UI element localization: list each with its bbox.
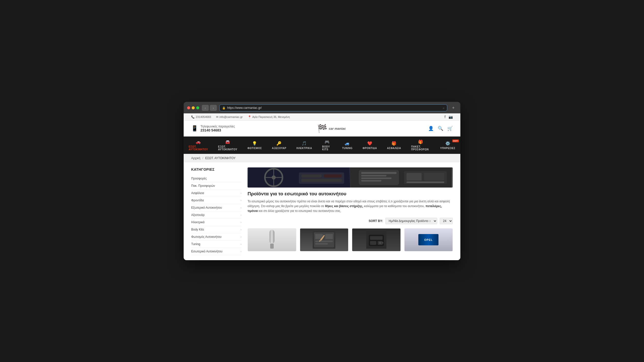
sidebar-item-asfalia[interactable]: Ασφάλεια › bbox=[191, 190, 242, 197]
sidebar-item-fotismos[interactable]: Φωτισμός Αυτοκινήτου › bbox=[191, 233, 242, 241]
breadcrumb-home[interactable]: Αρχική bbox=[191, 156, 200, 160]
nav-item-hlektrika[interactable]: 🎵 ΗΛΕΚΤΡΙΚΑ bbox=[291, 138, 317, 153]
minimize-button[interactable] bbox=[192, 106, 195, 109]
forward-button[interactable]: › bbox=[210, 105, 217, 111]
sidebar-item-bodykits[interactable]: Body Kits › bbox=[191, 226, 242, 233]
new-tab-button[interactable]: + bbox=[450, 104, 457, 111]
header-phone-number: 23140 54683 bbox=[200, 128, 235, 132]
product-image-2 bbox=[300, 229, 348, 251]
opel-box: OPEL bbox=[418, 234, 438, 245]
sidebar-arrow-hlektrika: › bbox=[240, 221, 242, 224]
nav-item-fotismos[interactable]: 💡 ΦΩΤΙΣΜΟΣ bbox=[242, 138, 267, 153]
nav-item-bodykits[interactable]: 🎮 BODY KITS bbox=[317, 137, 337, 154]
nav-icon-hlektrika: 🎵 bbox=[302, 141, 307, 146]
hero-left-image bbox=[248, 167, 350, 188]
sidebar-item-frontida[interactable]: Φροντίδα › bbox=[191, 197, 242, 204]
sidebar-item-esotauto[interactable]: Εσωτερικό Αυτοκινήτου › bbox=[191, 248, 242, 255]
sidebar-item-axesouar[interactable]: Αξεσουάρ › bbox=[191, 211, 242, 219]
topbar-phone: 2314054683 bbox=[196, 115, 211, 118]
svg-rect-17 bbox=[424, 173, 444, 180]
nav-item-asfalia[interactable]: 🎁 ΑΣΦΑΛΕΙΑ bbox=[382, 138, 406, 153]
panel-svg bbox=[313, 231, 335, 249]
browser-window: ‹ › 🔒 https://www.carmaniac.gr/ ⌕ + 📞 23… bbox=[184, 102, 460, 260]
top-bar-social: f 📷 bbox=[445, 115, 453, 119]
traffic-lights bbox=[187, 106, 199, 109]
lock-icon: 🔒 bbox=[222, 106, 226, 110]
sort-bar: SORT BY: Ημ/Νία Δημιουργίας Προϊόντο ↕ 2… bbox=[248, 218, 453, 224]
nav-bar: 🚗 ΕΣΩΤ. ΑΥΤΟΚΙΝΗΤΟΥ 🚘 ΕΞΩΤ. ΑΥΤΟΚΙΝΗΤΟΥ … bbox=[184, 137, 460, 154]
svg-rect-11 bbox=[361, 172, 396, 174]
svg-rect-6 bbox=[301, 174, 321, 177]
product-card-3[interactable] bbox=[352, 228, 401, 251]
header: 📱 Τηλεφωνικές παραγγελίες 23140 54683 🏁 … bbox=[184, 121, 460, 137]
product-card-2[interactable] bbox=[300, 228, 349, 251]
sidebar-item-hlektrika[interactable]: Ηλεκτρικά › bbox=[191, 219, 242, 226]
nav-item-esot[interactable]: 🚗 ΕΣΩΤ. ΑΥΤΟΚΙΝΗΤΟΥ bbox=[184, 137, 213, 154]
sort-select[interactable]: Ημ/Νία Δημιουργίας Προϊόντο ↕ bbox=[385, 218, 437, 224]
nav-item-tuning[interactable]: 🚙 TUNING bbox=[337, 138, 357, 153]
top-bar-left: 📞 2314054683 ✉ info@carmaniac.gr 📍 Αγία … bbox=[191, 115, 290, 119]
per-page-select[interactable]: 24 48 96 bbox=[440, 218, 453, 224]
svg-rect-7 bbox=[324, 174, 342, 177]
address-bar[interactable]: 🔒 https://www.carmaniac.gr/ ⌕ bbox=[219, 104, 447, 111]
email-contact: ✉ info@carmaniac.gr bbox=[216, 115, 243, 119]
sidebar-item-pakprosfora[interactable]: Πακ. Προσφορών bbox=[191, 182, 242, 190]
phone-icon: 📞 bbox=[191, 115, 195, 119]
sidebar-arrow-tuning: › bbox=[240, 243, 242, 246]
nav-item-frontida[interactable]: ❤️ ΦΡΟΝΤΙΔΑ bbox=[357, 138, 382, 153]
nav-icon-exot: 🚘 bbox=[225, 140, 230, 144]
svg-rect-29 bbox=[370, 236, 383, 240]
breadcrumb-separator: / bbox=[202, 156, 203, 160]
sidebar-arrow-asfalia: › bbox=[240, 192, 242, 195]
nav-icon-esot: 🚗 bbox=[196, 140, 201, 144]
nav-item-paketa[interactable]: 🎁 ΠΑΚΕΤ. ΠΡΟΣΦΟΡΩΝ bbox=[406, 137, 435, 154]
sidebar-label-pakprosfora: Πακ. Προσφορών bbox=[191, 184, 215, 188]
svg-point-33 bbox=[382, 242, 383, 244]
logo[interactable]: 🏁 car maniac bbox=[317, 124, 346, 133]
sidebar-label-frontida: Φροντίδα bbox=[191, 199, 204, 202]
nav-item-ypiresies[interactable]: ⚙️ ΥΠΗΡΕΣΙΕΣ HOT bbox=[435, 138, 460, 153]
sidebar-label-fotismos: Φωτισμός Αυτοκινήτου bbox=[191, 235, 222, 239]
sidebar-label-tuning: Tuning bbox=[191, 242, 200, 246]
sidebar-item-prosfores[interactable]: Προσφορές bbox=[191, 175, 242, 182]
sidebar-arrow-axesouar: › bbox=[240, 213, 242, 216]
hot-badge: HOT bbox=[452, 140, 459, 142]
close-button[interactable] bbox=[187, 106, 190, 109]
header-phone-section: 📱 Τηλεφωνικές παραγγελίες 23140 54683 bbox=[191, 125, 235, 132]
nav-label-exot: ΕΞΩΤ. ΑΥΤΟΚΙΝΗΤΟΥ bbox=[218, 145, 237, 151]
svg-rect-26 bbox=[315, 243, 328, 245]
sidebar: ΚΑΤΗΓΟΡΙΕΣ Προσφορές Πακ. Προσφορών Ασφά… bbox=[191, 167, 242, 255]
breadcrumb: Αρχική / ΕΣΩΤ. ΑΥΤΟΚΙΝΗΤΟΥ bbox=[184, 154, 460, 162]
user-icon[interactable]: 👤 bbox=[428, 126, 434, 131]
back-button[interactable]: ‹ bbox=[202, 105, 209, 111]
instagram-icon[interactable]: 📷 bbox=[449, 115, 453, 119]
svg-rect-24 bbox=[325, 234, 333, 239]
address-contact: 📍 Αγία Παρασκευή 36, Μενεμένη bbox=[248, 115, 290, 119]
nav-label-axesoyar: ΑΞΕΣΟΥΑΡ bbox=[272, 147, 286, 150]
sidebar-arrow-fotismos: › bbox=[240, 235, 242, 238]
search-icon[interactable]: 🔍 bbox=[438, 126, 443, 131]
facebook-icon[interactable]: f bbox=[445, 115, 446, 119]
hero-right bbox=[350, 167, 453, 188]
sort-label: SORT BY: bbox=[369, 219, 383, 223]
hero-left bbox=[248, 167, 350, 188]
svg-rect-16 bbox=[407, 173, 422, 180]
nav-label-asfalia: ΑΣΦΑΛΕΙΑ bbox=[387, 147, 401, 150]
product-card-1[interactable] bbox=[248, 228, 296, 251]
website: 📞 2314054683 ✉ info@carmaniac.gr 📍 Αγία … bbox=[184, 113, 460, 260]
nav-buttons: ‹ › bbox=[202, 105, 217, 111]
nav-label-fotismos: ΦΩΤΙΣΜΟΣ bbox=[247, 147, 262, 150]
product-card-4[interactable]: OPEL bbox=[404, 228, 453, 251]
svg-rect-19 bbox=[269, 230, 274, 244]
maximize-button[interactable] bbox=[196, 106, 199, 109]
sidebar-item-exotauto[interactable]: Εξωτερικό Αυτοκινήτου › bbox=[191, 204, 242, 211]
main-content: ΚΑΤΗΓΟΡΙΕΣ Προσφορές Πακ. Προσφορών Ασφά… bbox=[184, 162, 460, 260]
cart-icon[interactable]: 🛒 bbox=[447, 126, 453, 131]
nav-item-exot[interactable]: 🚘 ΕΞΩΤ. ΑΥΤΟΚΙΝΗΤΟΥ bbox=[213, 137, 243, 154]
nav-label-tuning: TUNING bbox=[342, 147, 352, 150]
product-image-3 bbox=[352, 229, 400, 251]
sidebar-item-tuning[interactable]: Tuning › bbox=[191, 241, 242, 248]
nav-item-axesoyar[interactable]: 🔑 ΑΞΕΣΟΥΑΡ bbox=[267, 138, 291, 153]
nav-icon-ypiresies: ⚙️ bbox=[445, 141, 451, 146]
browser-search-icon: ⌕ bbox=[443, 106, 445, 110]
